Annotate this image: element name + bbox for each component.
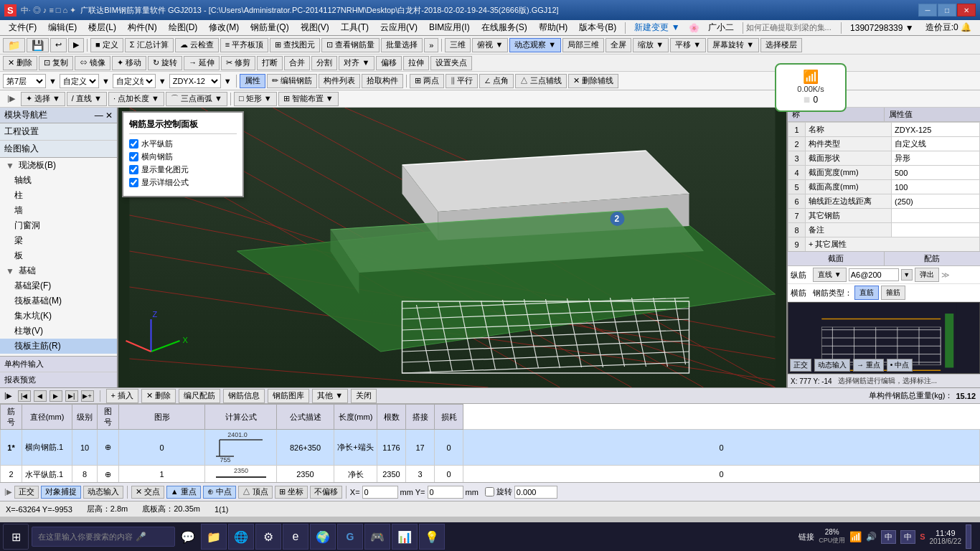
tree-pit[interactable]: 集水坑(K) — [0, 309, 117, 324]
menu-view[interactable]: 视图(V) — [295, 20, 335, 35]
delete-btn[interactable]: ✕ 删除 — [3, 56, 37, 70]
cloud-check-btn[interactable]: ☁ 云检查 — [175, 38, 219, 52]
menu-phone[interactable]: 13907298339 ▼ — [844, 22, 920, 34]
menu-floor[interactable]: 楼层(L) — [83, 20, 122, 35]
menu-bim[interactable]: BIM应用(I) — [423, 20, 476, 35]
nav-first-btn[interactable]: |◀ — [18, 390, 31, 402]
rebar-lib-btn[interactable]: 钢筋图库 — [268, 389, 309, 403]
ortho-snap-btn[interactable]: 正交 — [14, 486, 39, 499]
taskbar-app-idea[interactable]: 💡 — [419, 524, 445, 550]
prop-row-9[interactable]: 9 + 其它属性 — [788, 237, 980, 252]
copy-btn[interactable]: ⊡ 复制 — [39, 56, 73, 70]
prop-row-2[interactable]: 2 构件类型 自定义线 — [788, 137, 980, 151]
section-tab[interactable]: 截面 — [788, 252, 885, 265]
start-btn[interactable]: ⊞ — [3, 524, 29, 550]
rotate-checkbox[interactable] — [485, 487, 494, 496]
tree-axis[interactable]: 轴线 — [0, 173, 117, 188]
menu-file[interactable]: 文件(F) — [3, 20, 42, 35]
tree-col[interactable]: 柱 — [0, 188, 117, 203]
maximize-btn[interactable]: □ — [938, 4, 956, 17]
merge-btn[interactable]: 合并 — [284, 56, 310, 70]
rebar-down-arrow[interactable]: ▼ — [901, 269, 913, 281]
show-qty-checkbox[interactable]: 显示量化图元 — [129, 164, 237, 175]
tree-wall[interactable]: 墙 — [0, 203, 117, 218]
insert-btn[interactable]: + 插入 — [106, 389, 138, 403]
rect-btn[interactable]: □ 矩形 ▼ — [234, 92, 277, 106]
divide-btn[interactable]: 分割 — [311, 56, 337, 70]
offset-btn[interactable]: 偏移 — [376, 56, 402, 70]
three-point-btn[interactable]: △ 三点辅线 — [515, 74, 567, 88]
menu-tools[interactable]: 工具(T) — [335, 20, 374, 35]
local-3d-btn[interactable]: 局部三维 — [562, 38, 604, 52]
object-snap-btn[interactable]: 对象捕捉 — [41, 486, 81, 499]
menu-cloud[interactable]: 云应用(V) — [374, 20, 423, 35]
dynamic-input-btn[interactable]: 动态输入 — [814, 359, 850, 372]
horiz-rebar-checkbox[interactable]: 水平纵筋 — [129, 138, 237, 149]
stirrup-btn[interactable]: 箍筋 — [881, 286, 905, 300]
pan-btn[interactable]: 平移 ▼ — [670, 38, 706, 52]
redo-btn[interactable]: ▶ — [68, 38, 84, 52]
menu-help[interactable]: 帮助(H) — [533, 20, 574, 35]
grip-btn[interactable]: 设置夹点 — [430, 56, 472, 70]
align-top-btn[interactable]: ≡ 平齐板顶 — [220, 38, 268, 52]
tree-col-cap[interactable]: 柱墩(V) — [0, 324, 117, 339]
prop-row-1[interactable]: 1 名称 ZDYX-125 — [788, 123, 980, 137]
save-btn[interactable]: 💾 — [27, 38, 49, 52]
floor-select[interactable]: 第7层第6层 — [3, 74, 46, 88]
menu-new-change[interactable]: 新建变更 ▼ — [628, 20, 685, 35]
tree-slab[interactable]: ▼现浇板(B) — [0, 158, 117, 173]
mini-3d-viewport[interactable]: 正交 动态输入 → 重点 • 中点 — [788, 302, 980, 374]
more-btn[interactable]: » — [424, 38, 438, 52]
line-btn[interactable]: / 直线 ▼ — [67, 92, 107, 106]
nav-add-btn[interactable]: ▶+ — [81, 390, 94, 402]
batch-select-btn[interactable]: 批量选择 — [381, 38, 423, 52]
taskbar-app-ie[interactable]: e — [283, 524, 308, 550]
two-point-btn[interactable]: ⊞ 两点 — [410, 74, 444, 88]
line-type-btn[interactable]: 直线 ▼ — [813, 268, 847, 282]
menu-component[interactable]: 构件(N) — [122, 20, 163, 35]
engineering-settings-btn[interactable]: 工程设置 — [0, 123, 117, 141]
trim-btn[interactable]: ✂ 修剪 — [221, 56, 255, 70]
del-aux-btn[interactable]: ✕ 删除辅线 — [568, 74, 618, 88]
nav-prev-btn[interactable]: ◀ — [34, 390, 47, 402]
delete-row-btn[interactable]: ✕ 删除 — [141, 389, 176, 403]
taskbar-task-view[interactable]: 💬 — [178, 527, 198, 547]
mirror-btn[interactable]: ⇔ 镜像 — [75, 56, 110, 70]
top-pt-btn[interactable]: △ 顶点 — [238, 486, 273, 499]
mid-pt-btn[interactable]: ⊕ 中点 — [203, 486, 236, 499]
show-formula-checkbox[interactable]: 显示详细公式 — [129, 177, 237, 188]
menu-guang[interactable]: 广小二 — [702, 20, 740, 35]
pick-component-btn[interactable]: 拾取构件 — [362, 74, 403, 88]
heavy-pt-btn[interactable]: ▲ 重点 — [166, 486, 201, 499]
dynamic-input-snap-btn[interactable]: 动态输入 — [83, 486, 123, 499]
scale-config-btn[interactable]: 编尺配筋 — [179, 389, 220, 403]
find-btn[interactable]: ⊞ 查找图元 — [270, 38, 320, 52]
ortho-view-btn[interactable]: 正交 — [790, 359, 811, 372]
window-controls[interactable]: ─ □ ✕ — [918, 4, 976, 17]
reinforcement-tab[interactable]: 配筋 — [885, 252, 981, 265]
search-box[interactable]: 在这里输入你要搜索的内容 🎤 — [32, 527, 175, 547]
rebar-value-input[interactable] — [849, 268, 899, 281]
transv-rebar-checkbox[interactable]: 横向钢筋 — [129, 151, 237, 162]
tree-raft-main-rebar[interactable]: 筏板主筋(R) — [0, 339, 117, 354]
rotate-input[interactable] — [514, 486, 557, 499]
tree-found-beam[interactable]: 基础梁(F) — [0, 278, 117, 293]
menu-price[interactable]: 造价豆:0 🔔 — [920, 20, 977, 35]
single-component-btn[interactable]: 单构件输入 — [0, 356, 117, 372]
arc-btn[interactable]: ⌒ 三点画弧 ▼ — [166, 92, 227, 106]
move-btn[interactable]: ✦ 移动 — [112, 56, 146, 70]
menu-online[interactable]: 在线服务(S) — [476, 20, 533, 35]
rotate-btn[interactable]: 屏幕旋转 ▼ — [707, 38, 759, 52]
show-desktop-btn[interactable] — [966, 524, 971, 549]
straight-rebar-btn[interactable]: 直筋 — [854, 286, 879, 300]
y-coord-input[interactable] — [428, 486, 463, 499]
extend-btn[interactable]: → 延伸 — [184, 56, 220, 70]
taskbar-app-chart[interactable]: 📊 — [392, 524, 418, 550]
menu-version[interactable]: 版本号(B) — [573, 20, 622, 35]
3d-viewport[interactable]: X Z 2 0 钢筋显示控制面板 水平纵筋 横向钢筋 显示 — [118, 108, 786, 387]
menu-draw[interactable]: 绘图(D) — [163, 20, 204, 35]
break-btn[interactable]: 打断 — [257, 56, 283, 70]
3d-btn[interactable]: 三维 — [445, 38, 471, 52]
x-coord-input[interactable] — [362, 486, 398, 499]
taskbar-app-edge[interactable]: 🌐 — [228, 524, 254, 550]
